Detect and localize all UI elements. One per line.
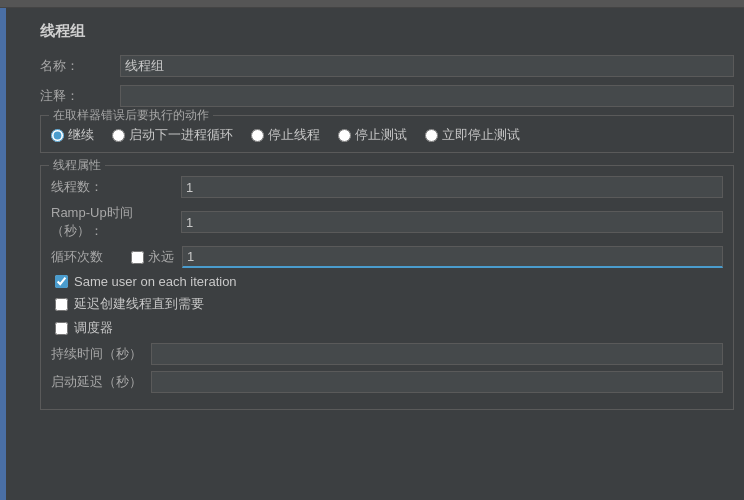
ramp-up-row: Ramp-Up时间（秒）： [51, 204, 723, 240]
radio-continue[interactable]: 继续 [51, 126, 94, 144]
thread-count-input[interactable] [181, 176, 723, 198]
radio-stop-test-label: 停止测试 [355, 126, 407, 144]
forever-checkbox[interactable]: 永远 [131, 248, 174, 266]
top-bar [0, 0, 744, 8]
startup-delay-label: 启动延迟（秒） [51, 373, 151, 391]
radio-row: 继续 启动下一进程循环 停止线程 停止测试 立即停止测试 [51, 122, 723, 144]
duration-input[interactable] [151, 343, 723, 365]
left-accent [0, 8, 6, 500]
comment-input[interactable] [120, 85, 734, 107]
radio-continue-label: 继续 [68, 126, 94, 144]
loop-count-row: 循环次数 永远 [51, 246, 723, 268]
startup-delay-input[interactable] [151, 371, 723, 393]
scheduler-row: 调度器 [55, 319, 723, 337]
radio-stop-test-now[interactable]: 立即停止测试 [425, 126, 520, 144]
error-group-label: 在取样器错误后要执行的动作 [49, 107, 213, 124]
duration-label: 持续时间（秒） [51, 345, 151, 363]
section-title: 线程组 [40, 22, 734, 41]
forever-check[interactable] [131, 251, 144, 264]
delay-create-row: 延迟创建线程直到需要 [55, 295, 723, 313]
thread-count-row: 线程数： [51, 176, 723, 198]
same-user-row: Same user on each iteration [55, 274, 723, 289]
thread-props-group: 线程属性 线程数： Ramp-Up时间（秒）： 循环次数 永远 [40, 165, 734, 410]
delay-create-label: 延迟创建线程直到需要 [74, 295, 204, 313]
radio-stop-thread-label: 停止线程 [268, 126, 320, 144]
scheduler-label: 调度器 [74, 319, 113, 337]
ramp-up-input[interactable] [181, 211, 723, 233]
radio-next-loop-label: 启动下一进程循环 [129, 126, 233, 144]
radio-stop-thread[interactable]: 停止线程 [251, 126, 320, 144]
same-user-checkbox[interactable] [55, 275, 68, 288]
comment-row: 注释： [40, 85, 734, 107]
radio-stop-test-now-label: 立即停止测试 [442, 126, 520, 144]
delay-create-checkbox[interactable] [55, 298, 68, 311]
scheduler-checkbox[interactable] [55, 322, 68, 335]
loop-count-label: 循环次数 [51, 248, 131, 266]
forever-label: 永远 [148, 248, 174, 266]
radio-next-loop[interactable]: 启动下一进程循环 [112, 126, 233, 144]
name-input[interactable] [120, 55, 734, 77]
loop-count-input[interactable] [182, 246, 723, 268]
same-user-label: Same user on each iteration [74, 274, 237, 289]
thread-count-label: 线程数： [51, 178, 181, 196]
thread-props-label: 线程属性 [49, 157, 105, 174]
error-action-group: 在取样器错误后要执行的动作 继续 启动下一进程循环 停止线程 停止测试 [40, 115, 734, 153]
startup-delay-row: 启动延迟（秒） [51, 371, 723, 393]
duration-row: 持续时间（秒） [51, 343, 723, 365]
comment-label: 注释： [40, 87, 120, 105]
ramp-up-label: Ramp-Up时间（秒）： [51, 204, 181, 240]
content-area: 线程组 名称： 注释： 在取样器错误后要执行的动作 继续 启动下一进程循环 [40, 8, 744, 410]
radio-stop-test[interactable]: 停止测试 [338, 126, 407, 144]
name-row: 名称： [40, 55, 734, 77]
name-label: 名称： [40, 57, 120, 75]
main-panel: 线程组 名称： 注释： 在取样器错误后要执行的动作 继续 启动下一进程循环 [0, 0, 744, 500]
